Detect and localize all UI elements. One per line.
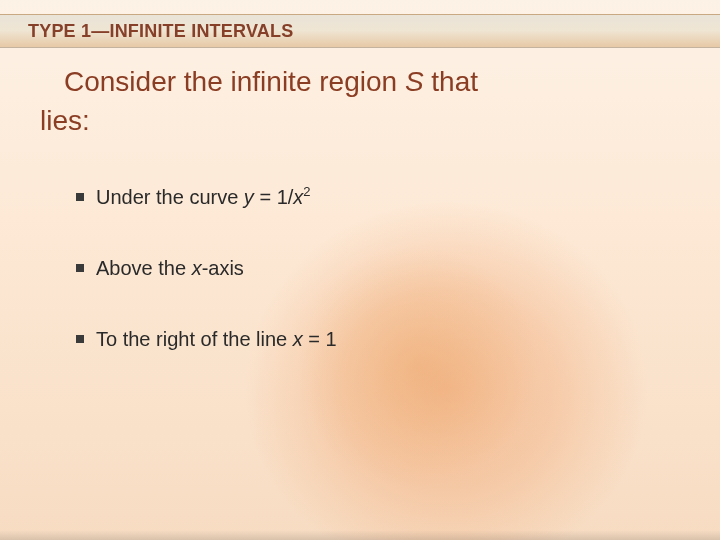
- b1-prefix: Under the curve: [96, 186, 244, 208]
- bullet-square-icon: [76, 264, 84, 272]
- slide-body: Consider the infinite region S that lies…: [40, 62, 680, 510]
- lead-line-1-variable-s: S: [405, 66, 424, 97]
- bullet-text-2: Above the x-axis: [96, 257, 244, 280]
- b1-var-x: x: [293, 186, 303, 208]
- b2-suffix: -axis: [202, 257, 244, 279]
- b1-eq: = 1/: [254, 186, 293, 208]
- b3-var-x: x: [293, 328, 303, 350]
- b2-var-x: x: [192, 257, 202, 279]
- b2-prefix: Above the: [96, 257, 192, 279]
- bullet-square-icon: [76, 335, 84, 343]
- slide: TYPE 1—INFINITE INTERVALS Consider the i…: [0, 0, 720, 540]
- bullet-text-1: Under the curve y = 1/x2: [96, 186, 311, 209]
- list-item: Under the curve y = 1/x2: [76, 186, 680, 209]
- b1-superscript: 2: [303, 185, 310, 200]
- lead-line-2: lies:: [40, 105, 90, 136]
- b3-suffix: = 1: [303, 328, 337, 350]
- lead-line-1: Consider the infinite region S that: [64, 62, 680, 101]
- slide-title: TYPE 1—INFINITE INTERVALS: [28, 21, 293, 42]
- bullet-list: Under the curve y = 1/x2 Above the x-axi…: [40, 186, 680, 351]
- lead-line-1-prefix: Consider the infinite region: [64, 66, 405, 97]
- lead-paragraph: Consider the infinite region S that lies…: [40, 62, 680, 140]
- b3-prefix: To the right of the line: [96, 328, 293, 350]
- lead-line-1-suffix: that: [424, 66, 478, 97]
- bullet-square-icon: [76, 193, 84, 201]
- list-item: Above the x-axis: [76, 257, 680, 280]
- list-item: To the right of the line x = 1: [76, 328, 680, 351]
- title-bar: TYPE 1—INFINITE INTERVALS: [0, 14, 720, 48]
- bullet-text-3: To the right of the line x = 1: [96, 328, 337, 351]
- b1-var-y: y: [244, 186, 254, 208]
